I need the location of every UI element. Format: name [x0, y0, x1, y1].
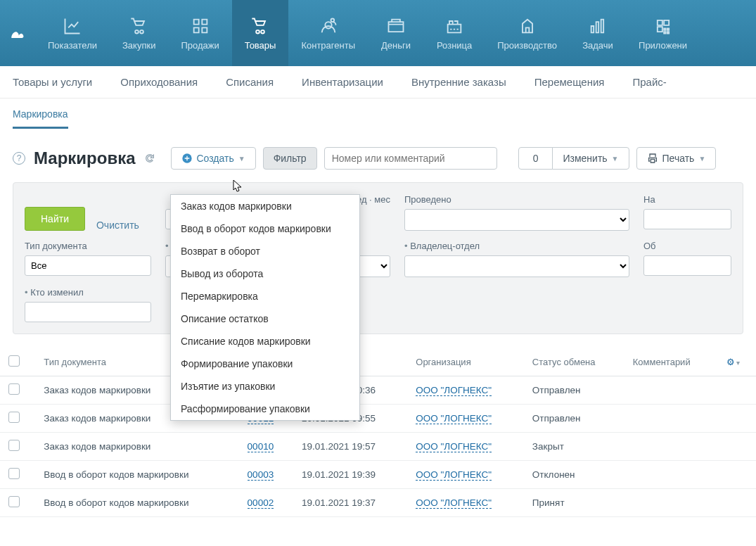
page-header: ? Маркировка Создать ▼ Фильтр 0 Изменить… [0, 129, 756, 182]
cell-status: Принят [524, 489, 624, 517]
cell-status: Отправлен [524, 376, 624, 405]
subnav-item[interactable]: Списания [226, 76, 274, 88]
doc-type-input[interactable] [25, 255, 151, 276]
chevron-down-icon: ▼ [238, 155, 245, 163]
create-menu-item[interactable]: Заказ кодов маркировки [171, 195, 359, 217]
cell-time: 19.01.2021 19:37 [293, 489, 407, 517]
cell-org[interactable]: ООО "ЛОГНЕКС" [407, 489, 524, 517]
create-button[interactable]: Создать ▼ [171, 147, 256, 170]
gear-icon[interactable]: ⚙ [726, 357, 735, 367]
filter-panel: Найти Очистить т · нед · мес – Проведено… [13, 182, 743, 334]
cell-type: Ввод в оборот кодов маркировки [35, 461, 238, 489]
find-button[interactable]: Найти [25, 207, 85, 231]
cell-num[interactable]: 00010 [239, 433, 293, 461]
create-menu-item[interactable]: Списание кодов маркировки [171, 330, 359, 353]
top-nav: ПоказателиЗакупкиПродажиТоварыКонтрагент… [0, 0, 756, 66]
who-changed-input[interactable] [25, 302, 151, 322]
cell-type: Заказ кодов маркировки [35, 433, 238, 461]
page-title: Маркировка [34, 148, 136, 168]
tab-marking[interactable]: Маркировка [13, 108, 68, 129]
provedeno-select[interactable] [404, 209, 629, 231]
cell-status: Отклонен [524, 461, 624, 489]
checkbox-all[interactable] [8, 355, 20, 367]
who-changed-label: Кто изменил [25, 287, 151, 298]
th[interactable]: Организация [407, 348, 524, 376]
refresh-icon[interactable] [144, 153, 155, 164]
table-row[interactable]: Заказ кодов маркировки 00010 19.01.2021 … [0, 433, 756, 461]
row-checkbox[interactable] [8, 440, 20, 451]
doc-type-label: Тип документа [25, 241, 151, 251]
data-table: Тип документа№ВремяОрганизацияСтатус обм… [0, 348, 756, 517]
subnav-item[interactable]: Внутренние заказы [411, 76, 506, 88]
create-menu-item[interactable]: Возврат в оборот [171, 240, 359, 262]
topnav-контрагенты[interactable]: Контрагенты [288, 0, 368, 66]
owner-select[interactable] [404, 255, 629, 277]
subnav-item[interactable]: Прайс- [632, 76, 666, 88]
table-row[interactable]: Ввод в оборот кодов маркировки 00002 19.… [0, 489, 756, 517]
ob-input[interactable] [643, 255, 731, 276]
create-dropdown: Заказ кодов маркировкиВвод в оборот кодо… [170, 194, 360, 421]
clear-button[interactable]: Очистить [96, 220, 139, 231]
search-input[interactable] [324, 147, 497, 170]
table-row[interactable]: Заказ кодов маркировки 00011 20.01.2021 … [0, 405, 756, 433]
toolbar: Создать ▼ Фильтр 0 Изменить ▼ Печать ▼ [171, 147, 717, 170]
print-icon [647, 153, 658, 164]
help-icon[interactable]: ? [13, 152, 25, 165]
plus-icon [181, 153, 193, 164]
th[interactable]: Статус обмена [524, 348, 624, 376]
create-menu-item[interactable]: Расформирование упаковки [171, 398, 359, 420]
table-row[interactable]: Заказ кодов маркировки 00012 20.01.2021 … [0, 376, 756, 405]
ob-label: Об [643, 241, 731, 251]
subnav-item[interactable]: Оприходования [120, 76, 198, 88]
create-menu-item[interactable]: Формирование упаковки [171, 353, 359, 375]
cell-num[interactable]: 00003 [239, 461, 293, 489]
topnav-продажи[interactable]: Продажи [168, 0, 231, 66]
na-label: На [643, 194, 731, 205]
print-button[interactable]: Печать ▼ [636, 147, 717, 170]
subnav-item[interactable]: Инвентаризации [302, 76, 383, 88]
cell-org[interactable]: ООО "ЛОГНЕКС" [407, 405, 524, 433]
cell-org[interactable]: ООО "ЛОГНЕКС" [407, 433, 524, 461]
th[interactable]: Комментарий [624, 348, 718, 376]
cell-type: Ввод в оборот кодов маркировки [35, 489, 238, 517]
create-menu-item[interactable]: Описание остатков [171, 307, 359, 330]
topnav-задачи[interactable]: Задачи [570, 0, 626, 66]
cell-org[interactable]: ООО "ЛОГНЕКС" [407, 376, 524, 405]
cell-org[interactable]: ООО "ЛОГНЕКС" [407, 461, 524, 489]
cell-status: Закрыт [524, 433, 624, 461]
topnav-деньги[interactable]: Деньги [368, 0, 424, 66]
topnav-приложени[interactable]: Приложени [626, 0, 700, 66]
topnav-закупки[interactable]: Закупки [110, 0, 168, 66]
row-checkbox[interactable] [8, 496, 20, 507]
row-checkbox[interactable] [8, 468, 20, 479]
app-logo[interactable] [0, 0, 35, 66]
create-menu-item[interactable]: Перемаркировка [171, 285, 359, 307]
provedeno-label: Проведено [404, 194, 629, 205]
row-checkbox[interactable] [8, 412, 20, 423]
create-menu-item[interactable]: Вывод из оборота [171, 262, 359, 285]
subnav-item[interactable]: Товары и услуги [13, 76, 92, 88]
create-menu-item[interactable]: Изъятие из упаковки [171, 375, 359, 398]
sub-nav: Товары и услугиОприходованияСписанияИнве… [0, 66, 756, 99]
change-button[interactable]: Изменить ▼ [552, 147, 629, 170]
topnav-производство[interactable]: Производство [485, 0, 570, 66]
topnav-показатели[interactable]: Показатели [35, 0, 110, 66]
subnav-item[interactable]: Перемещения [534, 76, 605, 88]
cell-time: 19.01.2021 19:57 [293, 433, 407, 461]
owner-label: Владелец-отдел [404, 241, 629, 251]
th[interactable] [0, 348, 35, 376]
filter-button[interactable]: Фильтр [263, 147, 317, 170]
row-checkbox[interactable] [8, 383, 20, 395]
cell-time: 19.01.2021 19:39 [293, 461, 407, 489]
topnav-розница[interactable]: Розница [424, 0, 485, 66]
na-input[interactable] [643, 209, 731, 229]
table-header-row: Тип документа№ВремяОрганизацияСтатус обм… [0, 348, 756, 376]
topnav-товары[interactable]: Товары [232, 0, 289, 66]
tab-row: Маркировка [0, 99, 756, 129]
cell-num[interactable]: 00002 [239, 489, 293, 517]
create-menu-item[interactable]: Ввод в оборот кодов маркировки [171, 217, 359, 240]
cell-status: Отправлен [524, 405, 624, 433]
table-row[interactable]: Ввод в оборот кодов маркировки 00003 19.… [0, 461, 756, 489]
count-badge: 0 [518, 147, 553, 170]
